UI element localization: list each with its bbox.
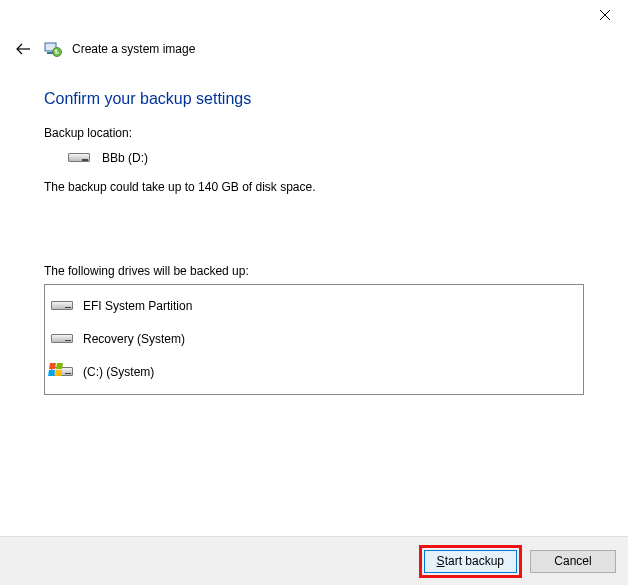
close-button[interactable]: [582, 0, 628, 30]
tutorial-highlight: Start backup: [419, 545, 522, 578]
system-image-wizard: Create a system image Confirm your backu…: [0, 0, 628, 585]
list-item: (C:) (System): [51, 355, 577, 388]
system-image-icon: [44, 40, 62, 58]
footer: Start backup Cancel: [0, 536, 628, 585]
disk-space-text: The backup could take up to 140 GB of di…: [44, 180, 584, 194]
backup-location-value: BBb (D:): [102, 151, 148, 165]
page-heading: Confirm your backup settings: [44, 90, 584, 108]
backup-location-label: Backup location:: [44, 126, 584, 140]
svg-point-5: [53, 48, 62, 57]
drives-list-label: The following drives will be backed up:: [44, 264, 584, 278]
titlebar: [0, 0, 628, 36]
close-icon: [600, 10, 610, 20]
list-item: Recovery (System): [51, 322, 577, 355]
content-area: Confirm your backup settings Backup loca…: [0, 62, 628, 536]
header: Create a system image: [0, 36, 628, 62]
cancel-button[interactable]: Cancel: [530, 550, 616, 573]
hard-drive-icon: [68, 150, 90, 166]
hard-drive-icon: [51, 331, 73, 347]
drive-name: EFI System Partition: [83, 299, 192, 313]
backup-location-row: BBb (D:): [44, 150, 584, 166]
windows-drive-icon: [51, 364, 73, 380]
hard-drive-icon: [51, 298, 73, 314]
start-backup-label-rest: tart backup: [445, 554, 504, 568]
drive-name: (C:) (System): [83, 365, 154, 379]
start-backup-button[interactable]: Start backup: [424, 550, 517, 573]
drives-list: EFI System Partition Recovery (System) (…: [44, 284, 584, 395]
window-title: Create a system image: [72, 42, 195, 56]
list-item: EFI System Partition: [51, 289, 577, 322]
drive-name: Recovery (System): [83, 332, 185, 346]
back-button[interactable]: [12, 38, 34, 60]
back-arrow-icon: [15, 41, 31, 57]
